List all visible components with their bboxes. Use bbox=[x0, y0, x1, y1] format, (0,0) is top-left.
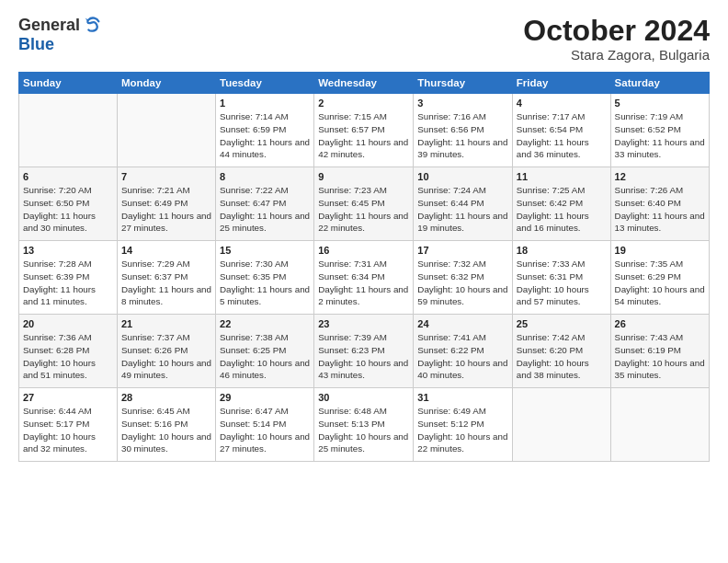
calendar-cell: 14Sunrise: 7:29 AM Sunset: 6:37 PM Dayli… bbox=[117, 241, 215, 315]
day-number: 29 bbox=[220, 392, 310, 403]
day-info: Sunrise: 7:30 AM Sunset: 6:35 PM Dayligh… bbox=[220, 258, 310, 308]
day-number: 6 bbox=[23, 171, 113, 182]
calendar-cell bbox=[19, 94, 118, 167]
day-number: 1 bbox=[220, 98, 310, 109]
weekday-sunday: Sunday bbox=[19, 73, 118, 94]
calendar-cell: 6Sunrise: 7:20 AM Sunset: 6:50 PM Daylig… bbox=[19, 167, 118, 241]
calendar-cell: 21Sunrise: 7:37 AM Sunset: 6:26 PM Dayli… bbox=[117, 315, 215, 388]
calendar-cell: 2Sunrise: 7:15 AM Sunset: 6:57 PM Daylig… bbox=[314, 94, 414, 167]
day-info: Sunrise: 7:20 AM Sunset: 6:50 PM Dayligh… bbox=[23, 184, 113, 235]
day-info: Sunrise: 7:39 AM Sunset: 6:23 PM Dayligh… bbox=[318, 331, 409, 382]
calendar-cell: 17Sunrise: 7:32 AM Sunset: 6:32 PM Dayli… bbox=[414, 241, 512, 315]
calendar-week-4: 20Sunrise: 7:36 AM Sunset: 6:28 PM Dayli… bbox=[19, 315, 710, 388]
calendar-cell: 12Sunrise: 7:26 AM Sunset: 6:40 PM Dayli… bbox=[610, 167, 709, 241]
header: General Blue October 2024 Stara Zagora, … bbox=[18, 15, 710, 63]
day-info: Sunrise: 7:21 AM Sunset: 6:49 PM Dayligh… bbox=[121, 184, 211, 235]
calendar-cell: 10Sunrise: 7:24 AM Sunset: 6:44 PM Dayli… bbox=[414, 167, 512, 241]
calendar-cell: 7Sunrise: 7:21 AM Sunset: 6:49 PM Daylig… bbox=[117, 167, 215, 241]
day-number: 17 bbox=[417, 245, 507, 256]
month-title: October 2024 bbox=[523, 15, 710, 47]
calendar-table: SundayMondayTuesdayWednesdayThursdayFrid… bbox=[18, 72, 710, 462]
calendar-cell: 25Sunrise: 7:42 AM Sunset: 6:20 PM Dayli… bbox=[512, 315, 610, 388]
day-info: Sunrise: 7:38 AM Sunset: 6:25 PM Dayligh… bbox=[220, 331, 310, 382]
day-info: Sunrise: 7:31 AM Sunset: 6:34 PM Dayligh… bbox=[318, 258, 409, 308]
day-number: 18 bbox=[517, 245, 607, 256]
day-info: Sunrise: 7:42 AM Sunset: 6:20 PM Dayligh… bbox=[517, 331, 607, 382]
day-number: 3 bbox=[417, 98, 507, 109]
calendar-week-3: 13Sunrise: 7:28 AM Sunset: 6:39 PM Dayli… bbox=[19, 241, 710, 315]
weekday-header-row: SundayMondayTuesdayWednesdayThursdayFrid… bbox=[19, 73, 710, 94]
day-info: Sunrise: 6:49 AM Sunset: 5:12 PM Dayligh… bbox=[417, 405, 507, 455]
day-number: 31 bbox=[417, 392, 507, 403]
weekday-thursday: Thursday bbox=[414, 73, 512, 94]
calendar-week-5: 27Sunrise: 6:44 AM Sunset: 5:17 PM Dayli… bbox=[19, 388, 710, 462]
calendar-cell: 26Sunrise: 7:43 AM Sunset: 6:19 PM Dayli… bbox=[610, 315, 709, 388]
calendar-cell: 28Sunrise: 6:45 AM Sunset: 5:16 PM Dayli… bbox=[117, 388, 215, 462]
day-number: 25 bbox=[517, 318, 607, 329]
day-number: 4 bbox=[517, 98, 607, 109]
day-number: 5 bbox=[615, 98, 705, 109]
weekday-wednesday: Wednesday bbox=[314, 73, 414, 94]
day-number: 7 bbox=[121, 171, 211, 182]
calendar-cell: 20Sunrise: 7:36 AM Sunset: 6:28 PM Dayli… bbox=[19, 315, 118, 388]
day-number: 8 bbox=[220, 171, 310, 182]
day-info: Sunrise: 6:45 AM Sunset: 5:16 PM Dayligh… bbox=[121, 405, 211, 455]
calendar-cell: 9Sunrise: 7:23 AM Sunset: 6:45 PM Daylig… bbox=[314, 167, 414, 241]
day-info: Sunrise: 7:23 AM Sunset: 6:45 PM Dayligh… bbox=[318, 184, 409, 235]
day-info: Sunrise: 7:36 AM Sunset: 6:28 PM Dayligh… bbox=[23, 331, 113, 382]
day-info: Sunrise: 7:32 AM Sunset: 6:32 PM Dayligh… bbox=[417, 258, 507, 308]
logo-general-text: General bbox=[18, 16, 80, 35]
day-info: Sunrise: 7:35 AM Sunset: 6:29 PM Dayligh… bbox=[615, 258, 705, 308]
day-info: Sunrise: 7:16 AM Sunset: 6:56 PM Dayligh… bbox=[417, 110, 507, 161]
day-number: 9 bbox=[318, 171, 409, 182]
logo-bird-icon bbox=[82, 15, 102, 35]
day-number: 20 bbox=[23, 318, 113, 329]
calendar-cell: 1Sunrise: 7:14 AM Sunset: 6:59 PM Daylig… bbox=[216, 94, 314, 167]
calendar-cell: 15Sunrise: 7:30 AM Sunset: 6:35 PM Dayli… bbox=[216, 241, 314, 315]
logo: General Blue bbox=[18, 15, 102, 54]
day-number: 11 bbox=[517, 171, 607, 182]
calendar-cell: 16Sunrise: 7:31 AM Sunset: 6:34 PM Dayli… bbox=[314, 241, 414, 315]
calendar-cell: 8Sunrise: 7:22 AM Sunset: 6:47 PM Daylig… bbox=[216, 167, 314, 241]
day-number: 24 bbox=[417, 318, 507, 329]
day-info: Sunrise: 7:25 AM Sunset: 6:42 PM Dayligh… bbox=[517, 184, 607, 235]
calendar-cell: 27Sunrise: 6:44 AM Sunset: 5:17 PM Dayli… bbox=[19, 388, 118, 462]
location: Stara Zagora, Bulgaria bbox=[523, 47, 710, 63]
weekday-monday: Monday bbox=[117, 73, 215, 94]
day-number: 14 bbox=[121, 245, 211, 256]
day-number: 27 bbox=[23, 392, 113, 403]
day-number: 23 bbox=[318, 318, 409, 329]
calendar-cell: 31Sunrise: 6:49 AM Sunset: 5:12 PM Dayli… bbox=[414, 388, 512, 462]
logo-blue-text: Blue bbox=[18, 35, 54, 54]
day-number: 13 bbox=[23, 245, 113, 256]
day-number: 19 bbox=[615, 245, 705, 256]
calendar-cell: 24Sunrise: 7:41 AM Sunset: 6:22 PM Dayli… bbox=[414, 315, 512, 388]
day-number: 22 bbox=[220, 318, 310, 329]
day-info: Sunrise: 7:19 AM Sunset: 6:52 PM Dayligh… bbox=[615, 110, 705, 161]
day-number: 10 bbox=[417, 171, 507, 182]
day-info: Sunrise: 7:24 AM Sunset: 6:44 PM Dayligh… bbox=[417, 184, 507, 235]
calendar-cell: 22Sunrise: 7:38 AM Sunset: 6:25 PM Dayli… bbox=[216, 315, 314, 388]
day-info: Sunrise: 7:37 AM Sunset: 6:26 PM Dayligh… bbox=[121, 331, 211, 382]
day-number: 21 bbox=[121, 318, 211, 329]
day-number: 2 bbox=[318, 98, 409, 109]
weekday-saturday: Saturday bbox=[610, 73, 709, 94]
day-info: Sunrise: 7:26 AM Sunset: 6:40 PM Dayligh… bbox=[615, 184, 705, 235]
calendar-cell: 5Sunrise: 7:19 AM Sunset: 6:52 PM Daylig… bbox=[610, 94, 709, 167]
day-number: 16 bbox=[318, 245, 409, 256]
day-number: 12 bbox=[615, 171, 705, 182]
calendar-week-1: 1Sunrise: 7:14 AM Sunset: 6:59 PM Daylig… bbox=[19, 94, 710, 167]
day-number: 28 bbox=[121, 392, 211, 403]
calendar-week-2: 6Sunrise: 7:20 AM Sunset: 6:50 PM Daylig… bbox=[19, 167, 710, 241]
page: General Blue October 2024 Stara Zagora, … bbox=[0, 0, 728, 563]
calendar-cell bbox=[610, 388, 709, 462]
day-info: Sunrise: 7:22 AM Sunset: 6:47 PM Dayligh… bbox=[220, 184, 310, 235]
day-info: Sunrise: 7:41 AM Sunset: 6:22 PM Dayligh… bbox=[417, 331, 507, 382]
day-number: 30 bbox=[318, 392, 409, 403]
day-info: Sunrise: 7:15 AM Sunset: 6:57 PM Dayligh… bbox=[318, 110, 409, 161]
calendar-cell: 4Sunrise: 7:17 AM Sunset: 6:54 PM Daylig… bbox=[512, 94, 610, 167]
day-info: Sunrise: 6:48 AM Sunset: 5:13 PM Dayligh… bbox=[318, 405, 409, 455]
calendar-cell: 29Sunrise: 6:47 AM Sunset: 5:14 PM Dayli… bbox=[216, 388, 314, 462]
day-info: Sunrise: 7:28 AM Sunset: 6:39 PM Dayligh… bbox=[23, 258, 113, 308]
calendar-cell: 30Sunrise: 6:48 AM Sunset: 5:13 PM Dayli… bbox=[314, 388, 414, 462]
